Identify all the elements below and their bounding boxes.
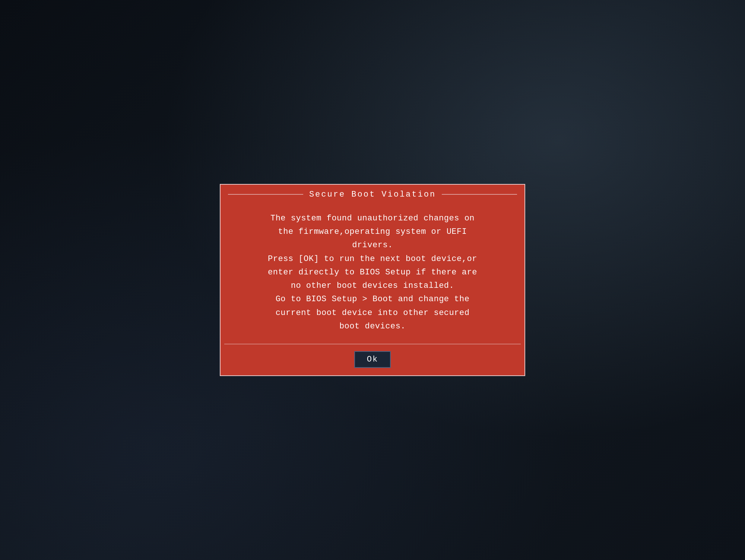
divider [224, 344, 521, 344]
secure-boot-dialog: Secure Boot Violation The system found u… [220, 184, 525, 376]
message-area: The system found unauthorized changes on… [221, 203, 524, 344]
message-line9: boot devices. [339, 322, 406, 331]
message-line5: enter directly to BIOS Setup if there ar… [268, 268, 477, 277]
message-line8: current boot device into other secured [276, 308, 470, 318]
message-line4: Press [OK] to run the next boot device,o… [268, 254, 477, 264]
title-bar: Secure Boot Violation [221, 185, 524, 203]
message-line3: drivers. [352, 241, 393, 250]
button-area: Ok [221, 344, 524, 375]
ok-button[interactable]: Ok [354, 351, 391, 368]
message-body: The system found unauthorized changes on… [235, 212, 510, 334]
message-line6: no other boot devices installed. [291, 281, 454, 290]
message-line7: Go to BIOS Setup > Boot and change the [276, 295, 470, 304]
message-line2: the firmware,operating system or UEFI [278, 227, 467, 236]
dialog-title: Secure Boot Violation [303, 190, 442, 199]
message-line1: The system found unauthorized changes on [270, 214, 475, 223]
title-line-left [228, 194, 303, 195]
title-line-right [442, 194, 517, 195]
